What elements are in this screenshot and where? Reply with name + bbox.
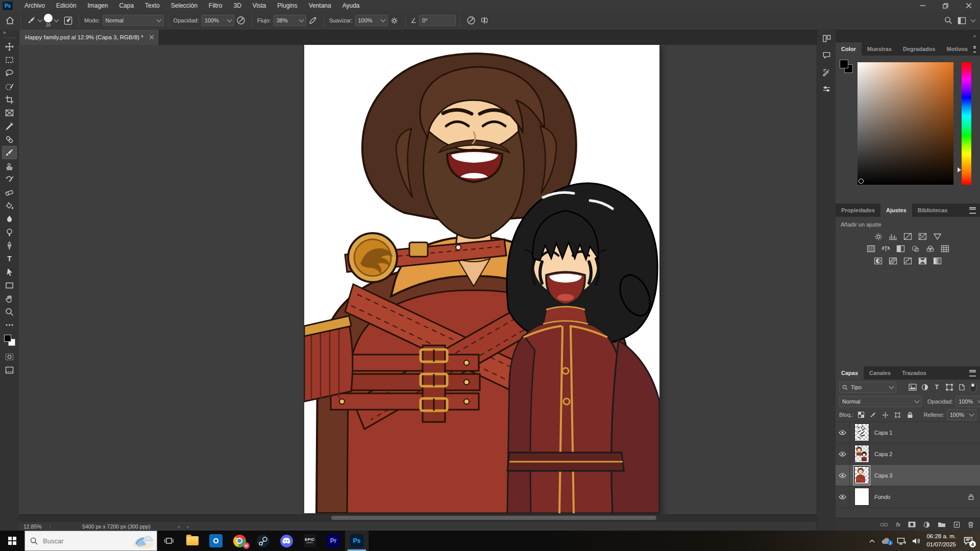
zoom-tool[interactable] (2, 305, 17, 318)
menu-filtro[interactable]: Filtro (203, 0, 228, 11)
pressure-size-icon[interactable] (464, 14, 478, 27)
delete-layer-icon[interactable] (968, 521, 974, 528)
layer-opacity-select[interactable]: 100% (955, 396, 980, 407)
gradient-tool[interactable] (2, 199, 17, 212)
exposure-icon[interactable] (918, 233, 927, 240)
tab-propiedades[interactable]: Propiedades (836, 204, 880, 217)
object-selection-tool[interactable] (2, 80, 17, 93)
type-tool[interactable]: T (2, 252, 17, 265)
curves-icon[interactable] (903, 233, 913, 240)
panel-layout-icon[interactable] (820, 32, 834, 45)
tab-ajustes[interactable]: Ajustes (880, 204, 912, 217)
taskbar-search[interactable] (24, 531, 157, 551)
lock-artboard-icon[interactable] (893, 410, 902, 419)
start-button[interactable] (0, 531, 24, 551)
canvas-pasteboard[interactable] (19, 45, 817, 521)
lock-pixels-icon[interactable] (868, 410, 878, 419)
outlook-button[interactable]: O (204, 531, 228, 551)
brush-tool[interactable] (2, 146, 17, 159)
layer-row-capa1[interactable]: Capa 1 (836, 422, 980, 443)
gradient-map-icon[interactable] (918, 257, 927, 265)
menu-edicion[interactable]: Edición (51, 0, 82, 11)
screen-mode-icon[interactable] (2, 363, 17, 377)
dock-collapse-icon[interactable]: » (973, 33, 976, 39)
crop-tool[interactable] (2, 93, 17, 106)
toolbar-grip[interactable] (4, 37, 15, 38)
volume-icon[interactable] (912, 537, 921, 545)
brush-preset-chevron-icon[interactable] (38, 17, 43, 22)
tab-degradados[interactable]: Degradados (897, 42, 941, 56)
threshold-icon[interactable] (903, 257, 913, 265)
workspace-chevron-icon[interactable] (971, 17, 976, 22)
panel-color-swatches[interactable] (840, 60, 853, 73)
tab-close-icon[interactable] (150, 35, 154, 39)
workspace-icon[interactable] (958, 17, 966, 24)
adjustment-layer-icon[interactable] (923, 521, 930, 528)
brush-size-preview[interactable]: 20 (44, 14, 53, 28)
color-lookup-icon[interactable] (940, 245, 949, 253)
menu-capa[interactable]: Capa (113, 0, 139, 11)
tab-trazados[interactable]: Trazados (896, 366, 932, 380)
healing-brush-tool[interactable] (2, 133, 17, 146)
layer-row-fondo[interactable]: Fondo (836, 486, 980, 508)
pen-panel-icon[interactable] (820, 65, 834, 79)
chrome-button[interactable]: H (228, 531, 251, 551)
photo-filter-icon[interactable] (911, 245, 920, 253)
visibility-eye-icon[interactable] (836, 486, 850, 507)
path-selection-tool[interactable] (2, 265, 17, 279)
hand-tool[interactable] (2, 292, 17, 305)
tab-bibliotecas[interactable]: Bibliotecas (912, 204, 953, 217)
layers-panel-menu-icon[interactable] (969, 370, 976, 377)
layer-filter-select[interactable]: Tipo (839, 382, 896, 393)
document-tab[interactable]: Happy family.psd al 12.9% (Capa 3, RGB/8… (19, 30, 159, 45)
eraser-tool[interactable] (2, 186, 17, 199)
marquee-tool[interactable] (2, 53, 17, 66)
network-icon[interactable] (897, 537, 906, 545)
color-picker-marker[interactable] (859, 179, 864, 184)
status-zoom-field[interactable]: 12.85% (23, 523, 50, 530)
move-tool[interactable] (2, 40, 17, 53)
pressure-opacity-icon[interactable] (234, 14, 248, 27)
layer-row-capa3[interactable]: Capa 3 (836, 465, 980, 486)
symmetry-butterfly-icon[interactable] (478, 14, 491, 27)
black-white-icon[interactable] (896, 245, 905, 253)
link-layers-icon[interactable] (880, 522, 888, 527)
opacity-select[interactable]: 100% (202, 15, 234, 26)
vibrance-icon[interactable] (933, 233, 942, 240)
filter-type-layers-icon[interactable]: T (932, 383, 942, 392)
blur-tool[interactable] (2, 212, 17, 226)
toggle-brush-panel-icon[interactable] (61, 14, 75, 27)
menu-ayuda[interactable]: Ayuda (337, 0, 365, 11)
filter-smart-objects-icon[interactable] (957, 383, 966, 392)
smoothing-gear-icon[interactable] (388, 14, 401, 27)
tab-muestras[interactable]: Muestras (862, 42, 897, 56)
blend-mode-select[interactable]: Normal (839, 396, 922, 407)
layer-thumbnail[interactable] (854, 488, 869, 506)
lock-all-icon[interactable] (905, 410, 915, 419)
new-layer-icon[interactable] (953, 521, 960, 528)
foreground-background-swatches[interactable] (4, 335, 16, 346)
new-group-icon[interactable] (938, 521, 946, 528)
selective-color-icon[interactable] (933, 257, 942, 265)
adjust-panel-menu-icon[interactable] (969, 207, 976, 214)
quick-mask-icon[interactable] (2, 350, 17, 363)
menu-plugins[interactable]: Plugins (272, 0, 303, 11)
discord-button[interactable] (275, 531, 298, 551)
visibility-eye-icon[interactable] (836, 443, 850, 464)
steam-button[interactable] (251, 531, 275, 551)
lock-transparency-icon[interactable] (856, 410, 866, 419)
close-icon[interactable] (957, 0, 980, 11)
search-icon[interactable] (944, 16, 952, 24)
layer-thumbnail[interactable] (854, 423, 869, 441)
layer-style-icon[interactable]: fx (896, 521, 900, 528)
foreground-color-swatch[interactable] (4, 335, 11, 342)
frame-tool[interactable] (2, 106, 17, 119)
epic-games-button[interactable]: EPICGAMES (298, 531, 322, 551)
history-brush-tool[interactable] (2, 172, 17, 186)
layer-thumbnail[interactable] (854, 466, 869, 484)
rectangle-tool[interactable] (2, 279, 17, 292)
brush-size-chevron-icon[interactable] (54, 17, 59, 22)
mode-select[interactable]: Normal (103, 15, 164, 26)
tab-color[interactable]: Color (836, 42, 862, 56)
filter-shape-layers-icon[interactable] (944, 383, 954, 392)
